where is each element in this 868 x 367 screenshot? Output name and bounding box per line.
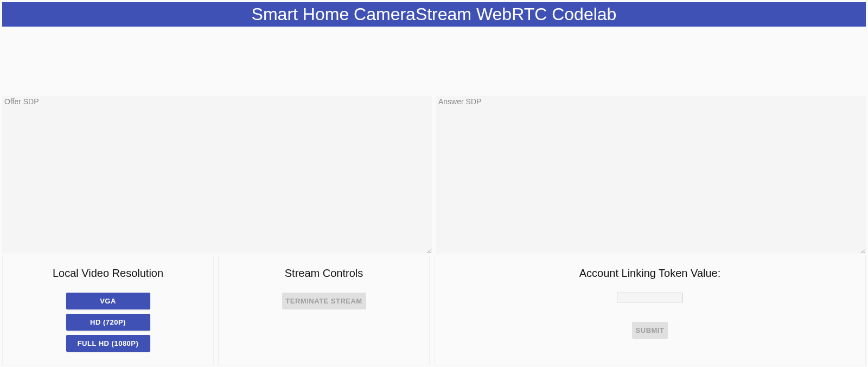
full-hd-1080p-button[interactable]: FULL HD (1080P) <box>66 335 150 352</box>
offer-sdp-textarea[interactable] <box>2 96 432 254</box>
terminate-stream-button[interactable]: TERMINATE STREAM <box>282 293 366 309</box>
resolution-buttons: VGA HD (720P) FULL HD (1080P) <box>3 293 213 352</box>
token-heading: Account Linking Token Value: <box>435 267 865 280</box>
answer-sdp-textarea[interactable] <box>436 96 866 254</box>
page-title: Smart Home CameraStream WebRTC Codelab <box>252 4 617 24</box>
sdp-row <box>2 96 866 254</box>
hd-720p-button[interactable]: HD (720P) <box>66 314 150 331</box>
token-panel: Account Linking Token Value: SUBMIT <box>434 256 866 365</box>
resolution-panel: Local Video Resolution VGA HD (720P) FUL… <box>2 256 214 365</box>
stream-controls-heading: Stream Controls <box>219 267 429 280</box>
video-preview-area <box>2 29 866 94</box>
resolution-heading: Local Video Resolution <box>3 267 213 280</box>
answer-sdp-col <box>436 96 866 254</box>
submit-button[interactable]: SUBMIT <box>632 322 668 339</box>
stream-controls-panel: Stream Controls TERMINATE STREAM <box>218 256 430 365</box>
controls-row: Local Video Resolution VGA HD (720P) FUL… <box>2 256 866 365</box>
page-header: Smart Home CameraStream WebRTC Codelab <box>2 2 866 27</box>
stream-controls-buttons: TERMINATE STREAM <box>219 293 429 309</box>
offer-sdp-col <box>2 96 432 254</box>
token-input[interactable] <box>617 293 683 302</box>
token-controls: SUBMIT <box>435 293 865 339</box>
vga-button[interactable]: VGA <box>66 293 150 309</box>
